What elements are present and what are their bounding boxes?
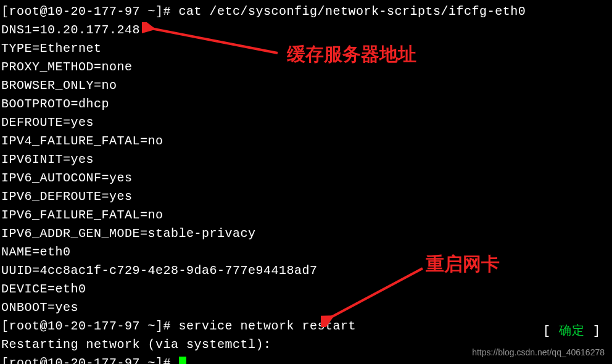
config-line: NAME=eth0 xyxy=(1,243,611,262)
annotation-cache-server: 缓存服务器地址 xyxy=(287,40,416,68)
config-line: DEFROUTE=yes xyxy=(1,114,611,132)
cursor-block[interactable] xyxy=(179,357,186,364)
bracket-right: ] xyxy=(585,324,601,338)
terminal-line-cmd1: [root@10-20-177-97 ~]# cat /etc/sysconfi… xyxy=(1,2,611,21)
config-line: IPV6INIT=yes xyxy=(1,151,611,169)
config-line: DEVICE=eth0 xyxy=(1,280,611,299)
config-line: BOOTPROTO=dhcp xyxy=(1,95,611,114)
command-service-restart: service network restart xyxy=(179,319,357,333)
config-line: IPV6_DEFROUTE=yes xyxy=(1,188,611,206)
command-cat: cat /etc/sysconfig/network-scripts/ifcfg… xyxy=(179,4,526,19)
config-line: UUID=4cc8ac1f-c729-4e28-9da6-777e94418ad… xyxy=(1,262,611,280)
terminal-line-cmd2: [root@10-20-177-97 ~]# service network r… xyxy=(1,317,611,336)
shell-prompt: [root@10-20-177-97 ~]# xyxy=(1,4,179,19)
shell-prompt: [root@10-20-177-97 ~]# xyxy=(1,319,179,333)
bracket-left: [ xyxy=(543,324,559,338)
annotation-restart-nic: 重启网卡 xyxy=(426,250,500,278)
watermark-text: https://blog.csdn.net/qq_40616278 xyxy=(472,346,605,359)
status-ok-text: 确定 xyxy=(559,324,585,338)
config-line: IPV6_FAILURE_FATAL=no xyxy=(1,206,611,225)
config-line: IPV4_FAILURE_FATAL=no xyxy=(1,132,611,151)
status-indicator: [ 确定 ] xyxy=(543,322,601,341)
config-line: DNS1=10.20.177.248 xyxy=(1,21,611,39)
config-line: ONBOOT=yes xyxy=(1,299,611,317)
config-line: BROWSER_ONLY=no xyxy=(1,77,611,95)
shell-prompt: [root@10-20-177-97 ~]# xyxy=(1,356,179,364)
config-line: IPV6_ADDR_GEN_MODE=stable-privacy xyxy=(1,225,611,243)
config-line: IPV6_AUTOCONF=yes xyxy=(1,169,611,188)
